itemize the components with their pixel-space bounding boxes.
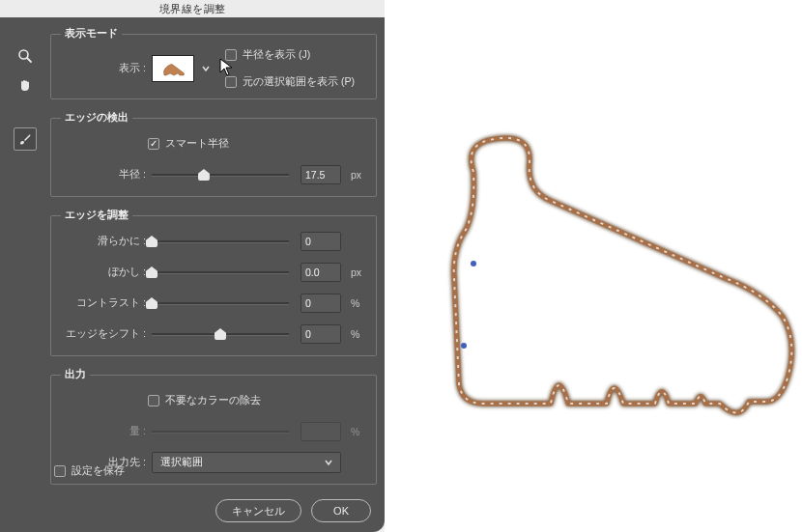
show-radius-checkbox[interactable] (225, 49, 237, 61)
view-mode-thumbnail[interactable] (152, 55, 194, 82)
feather-value[interactable]: 0.0 (301, 263, 341, 282)
feather-label: ぼかし : (61, 266, 146, 279)
amount-label: 量 : (61, 425, 146, 438)
contrast-value[interactable]: 0 (301, 294, 341, 313)
section-legend: 表示モード (61, 27, 122, 41)
ok-button[interactable]: OK (311, 499, 371, 522)
view-mode-section: 表示モード 表示 : 半径を表示 (J) 元の選択範囲を表示 (P) (50, 27, 377, 99)
brush-icon (17, 131, 33, 147)
decontaminate-checkbox[interactable] (148, 395, 159, 406)
show-original-checkbox[interactable] (225, 76, 237, 88)
radius-unit: px (347, 169, 366, 181)
selection-outline (415, 114, 802, 500)
feather-slider[interactable] (152, 266, 289, 279)
hand-icon (17, 77, 33, 93)
save-settings-label: 設定を保存 (72, 464, 125, 478)
shift-label: エッジをシフト : (61, 327, 146, 341)
shift-value[interactable]: 0 (301, 324, 341, 344)
show-original-label: 元の選択範囲を表示 (P) (243, 75, 355, 89)
smooth-label: 滑らかに : (61, 235, 146, 248)
output-to-select[interactable]: 選択範囲 (152, 452, 341, 473)
decontaminate-label: 不要なカラーの除去 (165, 394, 261, 407)
amount-value (301, 422, 341, 441)
svg-point-2 (461, 343, 467, 349)
smooth-value[interactable]: 0 (301, 232, 341, 251)
preview-canvas (385, 0, 802, 532)
zoom-tool[interactable] (14, 44, 37, 68)
svg-line-1 (27, 58, 31, 62)
contrast-unit: % (347, 297, 366, 309)
save-settings-checkbox[interactable] (54, 465, 66, 477)
smooth-slider[interactable] (152, 235, 289, 248)
zoom-icon (17, 48, 33, 64)
section-legend: エッジを調整 (61, 209, 132, 222)
shift-unit: % (347, 328, 366, 340)
section-legend: エッジの検出 (61, 111, 132, 125)
dialog-buttons: キャンセル OK (215, 499, 371, 522)
refine-edge-dialog: 境界線を調整 表示モード 表示 : (0, 0, 385, 532)
amount-slider (152, 425, 289, 438)
smart-radius-checkbox[interactable] (148, 138, 159, 150)
svg-point-3 (471, 261, 476, 266)
radius-slider[interactable] (152, 168, 289, 182)
chevron-down-icon[interactable] (200, 65, 212, 72)
radius-value[interactable]: 17.5 (301, 165, 341, 184)
hand-tool[interactable] (14, 73, 37, 97)
chevron-down-icon (325, 459, 332, 466)
save-settings-row: 設定を保存 (54, 464, 125, 478)
contrast-label: コントラスト : (61, 296, 146, 310)
radius-label: 半径 : (61, 168, 146, 182)
show-radius-label: 半径を表示 (J) (243, 48, 310, 62)
shift-slider[interactable] (152, 327, 289, 341)
output-to-value: 選択範囲 (160, 456, 203, 469)
section-legend: 出力 (61, 368, 90, 381)
amount-unit: % (347, 426, 366, 437)
contrast-slider[interactable] (152, 296, 289, 310)
display-label: 表示 : (61, 62, 146, 75)
tool-column (6, 39, 44, 102)
edge-detection-section: エッジの検出 スマート半径 半径 : 17.5 px (50, 111, 377, 197)
refine-brush-tool[interactable] (14, 127, 37, 151)
smart-radius-label: スマート半径 (165, 137, 229, 151)
feather-unit: px (347, 266, 366, 278)
dialog-title: 境界線を調整 (0, 0, 385, 17)
cancel-button[interactable]: キャンセル (215, 499, 301, 522)
adjust-edge-section: エッジを調整 滑らかに : 0 ぼかし : 0.0 px コントラスト : 0 … (50, 209, 377, 356)
dialog-content: 表示モード 表示 : 半径を表示 (J) 元の選択範囲を表示 (P) (50, 21, 377, 488)
